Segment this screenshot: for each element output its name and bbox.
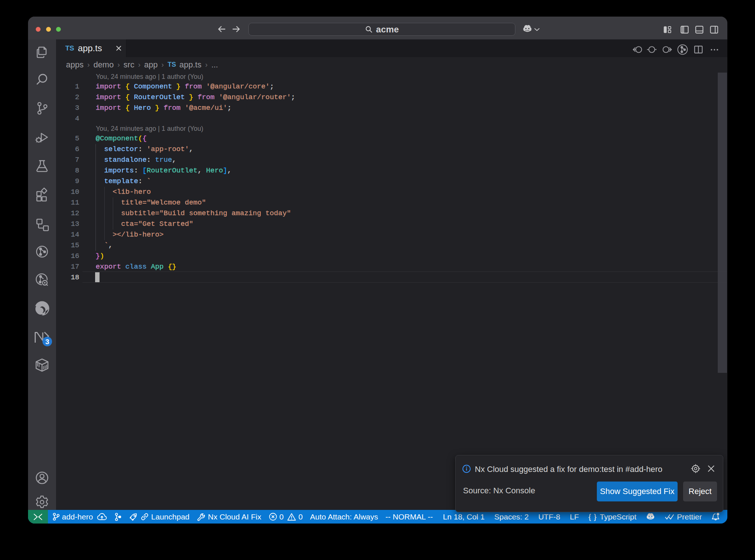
svg-text:3: 3 bbox=[45, 338, 49, 346]
